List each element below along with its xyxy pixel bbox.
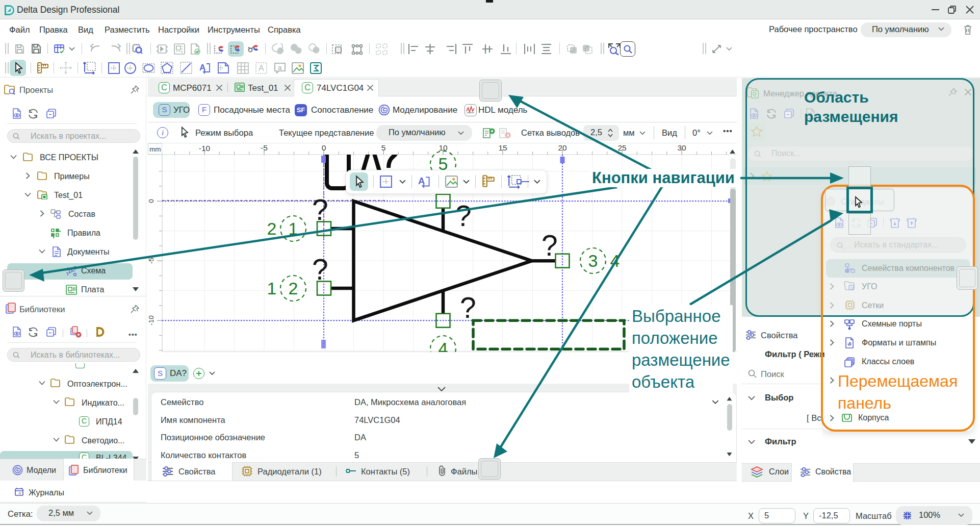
svg-text:-10: -10	[199, 144, 211, 153]
svg-text:-10: -10	[148, 315, 155, 325]
svg-text:0: 0	[148, 199, 155, 203]
svg-text:?: ?	[460, 291, 476, 324]
svg-text:A: A	[259, 64, 264, 72]
svg-text:15: 15	[498, 143, 507, 152]
svg-text:a: a	[278, 64, 282, 71]
svg-text:0: 0	[322, 143, 326, 152]
svg-text:2: 2	[267, 219, 277, 238]
svg-text:mm: mm	[149, 145, 161, 153]
svg-text:5: 5	[381, 143, 386, 152]
svg-text:30: 30	[677, 143, 686, 152]
svg-text:3: 3	[588, 251, 598, 270]
svg-text:4: 4	[439, 339, 448, 352]
svg-text:?: ?	[312, 253, 328, 286]
svg-text:?: ?	[312, 193, 328, 226]
svg-text:1: 1	[289, 219, 298, 238]
svg-text:-5: -5	[148, 258, 155, 264]
svg-text:?: ?	[541, 229, 558, 262]
svg-text:25: 25	[617, 143, 626, 152]
svg-text:-5: -5	[261, 143, 268, 152]
svg-text:20: 20	[558, 143, 567, 152]
svg-text:2: 2	[289, 279, 298, 298]
svg-text:4: 4	[610, 251, 620, 270]
svg-text:?: ?	[455, 199, 472, 232]
svg-text:1: 1	[267, 279, 277, 298]
